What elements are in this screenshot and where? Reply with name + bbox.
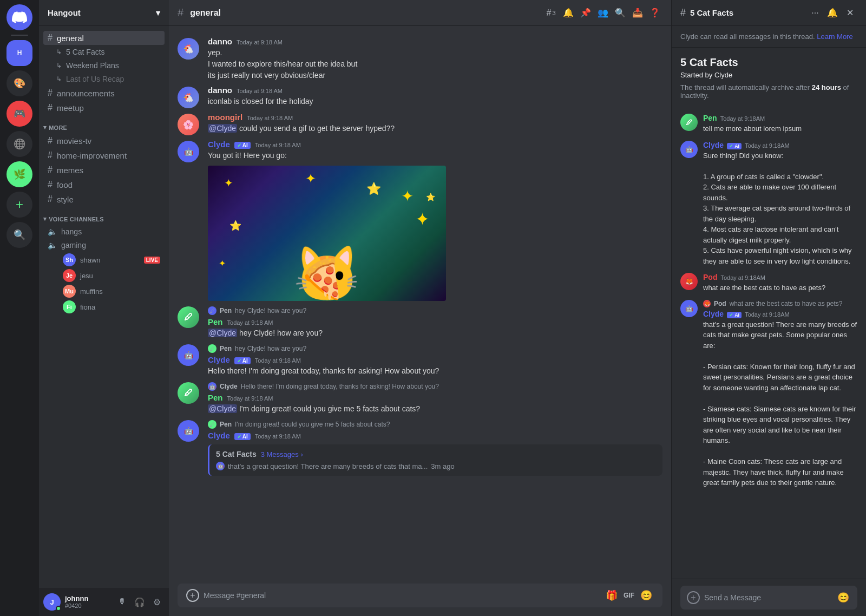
message-header-moongirl: moongirl Today at 9:18 AM xyxy=(208,113,662,122)
voice-user-fiona[interactable]: Fi fiona xyxy=(43,299,165,314)
server-header[interactable]: Hangout ▾ xyxy=(39,0,169,26)
channel-name-memes: memes xyxy=(57,166,160,175)
message-input[interactable] xyxy=(204,586,600,605)
thread-preview-title: 5 Cat Facts xyxy=(216,450,257,458)
hash-icon: # xyxy=(48,33,53,43)
thread-item-lastofus[interactable]: ↳ Last of Us Recap xyxy=(43,73,165,86)
channel-item-food[interactable]: # food xyxy=(43,178,165,192)
voice-user-jesu[interactable]: Je jesu xyxy=(43,268,165,283)
avatar-pen-1: 🖊 xyxy=(178,306,199,328)
learn-more-link[interactable]: Learn More xyxy=(817,32,852,41)
voice-channel-hangs[interactable]: 🔈 hangs xyxy=(43,225,165,238)
message-time-moongirl: Today at 9:18 AM xyxy=(247,115,293,121)
attach-button[interactable]: + xyxy=(186,589,199,602)
user-info: johnnn #0420 xyxy=(65,594,110,610)
mute-button[interactable]: 🎙 xyxy=(115,594,130,610)
category-more[interactable]: ▾ MORE xyxy=(39,115,169,133)
message-group-pen-1: 🖊 🖊 Pen hey Clyde! how are you? Pen Toda… xyxy=(169,303,671,341)
thread-avatar-clyde-1: 🤖 xyxy=(680,141,698,158)
message-author-clyde-2: Clyde xyxy=(208,355,230,364)
inbox-button[interactable]: 📥 xyxy=(630,5,645,21)
threads-icon: # xyxy=(546,8,551,18)
channel-item-announcements[interactable]: # announcements xyxy=(43,86,165,100)
members-button[interactable]: 👥 xyxy=(595,5,611,21)
user-avatar[interactable]: J xyxy=(43,593,61,611)
message-text-danno-1b: I wanted to explore this/hear out the id… xyxy=(208,58,662,70)
channel-item-style[interactable]: # style xyxy=(43,192,165,206)
thread-preview[interactable]: 5 Cat Facts 3 Messages › 🤖 that's a grea… xyxy=(208,444,662,476)
server-icon-4[interactable]: 🌐 xyxy=(6,131,32,157)
server-sidebar: H 🎨 🎮 🌐 🌿 + 🔍 xyxy=(0,0,39,616)
message-header-clyde-3: Clyde ✓ AI Today at 9:18 AM xyxy=(208,431,662,440)
emoji-button[interactable]: 😊 xyxy=(639,588,654,603)
thread-attach-button[interactable]: + xyxy=(687,591,700,604)
deafen-button[interactable]: 🎧 xyxy=(132,594,147,610)
message-content-pen-2: 🤖 Clyde Hello there! I'm doing great tod… xyxy=(208,381,662,415)
chat-header: # general # 3 🔔 📌 👥 🔍 📥 ❓ xyxy=(169,0,671,26)
voice-user-shawn[interactable]: Sh shawn LIVE xyxy=(43,252,165,267)
thread-item-5catfacts[interactable]: ↳ 5 Cat Facts xyxy=(43,45,165,58)
server-icon-hangout[interactable]: H xyxy=(6,40,32,66)
help-button[interactable]: ❓ xyxy=(647,5,662,21)
thread-more-button[interactable]: ··· xyxy=(808,5,823,21)
gift-button[interactable]: 🎁 xyxy=(604,588,619,603)
inbox-icon: 📥 xyxy=(632,8,643,18)
search-button[interactable]: 🔍 xyxy=(613,5,628,21)
channel-item-home-improvement[interactable]: # home-improvement xyxy=(43,148,165,162)
gif-button[interactable]: GIF xyxy=(621,588,637,603)
sparkle-2: ✦ xyxy=(401,187,414,205)
category-voice[interactable]: ▾ VOICE CHANNELS xyxy=(39,207,169,225)
reply-avatar-clyde-3: 🖊 xyxy=(208,420,216,429)
reply-preview-clyde-2: 🖊 Pen hey Clyde! how are you? xyxy=(208,343,662,355)
channel-item-general[interactable]: # general xyxy=(43,31,165,45)
voice-name-gaming: gaming xyxy=(61,241,86,250)
thread-message-input[interactable] xyxy=(704,588,831,607)
ai-badge-clyde-2: ✓ AI xyxy=(234,357,251,364)
sparkle-3: ✦ xyxy=(305,171,316,186)
pin-button[interactable]: 📌 xyxy=(578,5,593,21)
started-by-name: Clyde xyxy=(714,71,732,79)
thread-hash-icon: # xyxy=(680,7,686,18)
channel-item-meetup[interactable]: # meetup xyxy=(43,101,165,115)
thread-text-pen: tell me more about lorem ipsum xyxy=(703,123,857,134)
reply-avatar-pen-1: 🖊 xyxy=(208,306,216,315)
message-content-pen-1: 🖊 Pen hey Clyde! how are you? Pen Today … xyxy=(208,305,662,339)
thread-ai-badge-2: ✓ AI xyxy=(727,312,742,318)
archive-hours: 24 hours xyxy=(812,83,841,91)
message-time-danno-2: Today at 9:18 AM xyxy=(237,88,283,94)
message-content-moongirl: moongirl Today at 9:18 AM @Clyde could y… xyxy=(208,113,662,135)
channel-item-movies-tv[interactable]: # movies-tv xyxy=(43,134,165,148)
server-icon-3[interactable]: 🎮 xyxy=(6,101,32,127)
discord-button[interactable] xyxy=(6,4,32,30)
threads-button[interactable]: # 3 xyxy=(543,5,559,21)
voice-channel-gaming[interactable]: 🔈 gaming xyxy=(43,239,165,252)
thread-emoji-button[interactable]: 😊 xyxy=(836,590,851,605)
star-2: ⭐ xyxy=(229,220,241,232)
notifications-button[interactable]: 🔔 xyxy=(561,5,576,21)
message-content-clyde-2: 🖊 Pen hey Clyde! how are you? Clyde ✓ AI… xyxy=(208,343,662,377)
settings-button[interactable]: ⚙ xyxy=(149,594,165,610)
thread-preview-avatar: 🤖 xyxy=(216,462,225,470)
message-text-pen-1: @Clyde hey Clyde! how are you? xyxy=(208,327,662,339)
ai-badge-clyde-3: ✓ AI xyxy=(234,433,251,440)
thread-messages-link[interactable]: 3 Messages › xyxy=(261,450,303,458)
channel-item-memes[interactable]: # memes xyxy=(43,163,165,177)
add-server-button[interactable]: + xyxy=(6,192,32,218)
status-dot xyxy=(56,606,61,611)
server-icon-5[interactable]: 🌿 xyxy=(6,161,32,187)
thread-msg-clyde-2: 🤖 🦊 Pod what are the best cats to have a… xyxy=(672,297,866,492)
thread-title-main: 5 Cat Facts xyxy=(680,56,857,69)
thread-bell-button[interactable]: 🔔 xyxy=(825,5,840,21)
reply-preview-clyde-3: 🖊 Pen I'm doing great! could you give me… xyxy=(208,419,662,431)
server-icon-2[interactable]: 🎨 xyxy=(6,70,32,96)
thread-icon-2: ↳ xyxy=(56,62,62,69)
thread-close-button[interactable]: ✕ xyxy=(842,5,857,21)
members-icon: 👥 xyxy=(598,8,608,18)
pin-icon: 📌 xyxy=(580,8,591,18)
thread-item-weekendplans[interactable]: ↳ Weekend Plans xyxy=(43,59,165,72)
cat-pizza-image: ✦ ✦ ✦ ✦ ✦ 🐱 🍕 ⭐ ⭐ ⭐ xyxy=(208,166,446,301)
message-header-pen-2: Pen Today at 9:18 AM xyxy=(208,393,662,402)
thread-author-pod: Pod xyxy=(703,273,717,281)
voice-user-muffins[interactable]: Mu muffins xyxy=(43,284,165,299)
explore-servers-button[interactable]: 🔍 xyxy=(6,222,32,248)
